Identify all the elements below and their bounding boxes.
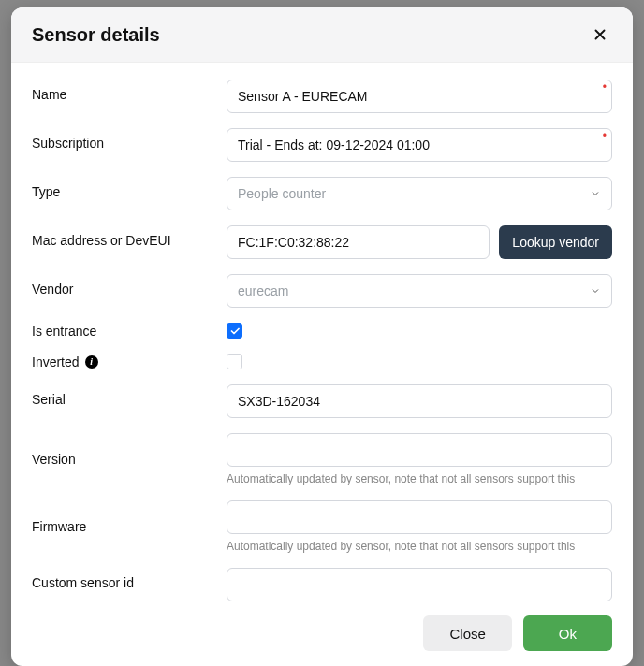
- label-firmware: Firmware: [32, 500, 227, 534]
- modal-header: Sensor details: [11, 7, 633, 63]
- serial-input[interactable]: [227, 384, 612, 418]
- subscription-input[interactable]: [227, 128, 612, 162]
- close-button[interactable]: Close: [423, 615, 511, 651]
- row-inverted: Inverted i: [32, 354, 612, 369]
- label-inverted-text: Inverted: [32, 355, 80, 369]
- checkmark-icon: [229, 326, 241, 337]
- version-input[interactable]: [227, 433, 612, 467]
- inverted-checkbox[interactable]: [227, 354, 242, 369]
- lookup-vendor-button[interactable]: Lookup vendor: [499, 225, 612, 259]
- label-mac: Mac address or DevEUI: [32, 225, 227, 248]
- version-help-text: Automatically updated by sensor, note th…: [227, 472, 612, 485]
- row-vendor: Vendor eurecam: [32, 274, 612, 308]
- row-type: Type People counter: [32, 177, 612, 210]
- row-version: Version Automatically updated by sensor,…: [32, 433, 612, 485]
- name-input[interactable]: [227, 80, 612, 113]
- row-mac: Mac address or DevEUI Lookup vendor: [32, 225, 612, 259]
- modal-title: Sensor details: [32, 24, 160, 46]
- custom-id-input[interactable]: [227, 568, 612, 601]
- label-inverted: Inverted i: [32, 355, 227, 369]
- firmware-help-text: Automatically updated by sensor, note th…: [227, 540, 612, 553]
- close-icon-button[interactable]: [588, 22, 612, 47]
- is-entrance-checkbox[interactable]: [227, 323, 242, 339]
- modal-body: Name Subscription Type People counter: [11, 63, 633, 604]
- close-icon: [592, 26, 608, 43]
- label-version: Version: [32, 433, 227, 467]
- mac-input[interactable]: [227, 225, 490, 259]
- label-serial: Serial: [32, 384, 227, 407]
- row-firmware: Firmware Automatically updated by sensor…: [32, 500, 612, 553]
- row-subscription: Subscription: [32, 128, 612, 162]
- info-icon[interactable]: i: [85, 355, 98, 369]
- row-custom-id: Custom sensor id: [32, 568, 612, 601]
- firmware-input[interactable]: [227, 500, 612, 534]
- row-is-entrance: Is entrance: [32, 323, 612, 339]
- row-serial: Serial: [32, 384, 612, 418]
- modal-footer: Close Ok: [11, 604, 633, 666]
- label-type: Type: [32, 177, 227, 199]
- sensor-details-modal: Sensor details Name Subscription Type Pe…: [11, 7, 633, 666]
- label-vendor: Vendor: [32, 274, 227, 297]
- label-is-entrance: Is entrance: [32, 324, 227, 339]
- type-select[interactable]: People counter: [227, 177, 612, 210]
- label-subscription: Subscription: [32, 128, 227, 151]
- label-custom-id: Custom sensor id: [32, 568, 227, 590]
- row-name: Name: [32, 80, 612, 113]
- label-name: Name: [32, 80, 227, 102]
- ok-button[interactable]: Ok: [523, 615, 612, 651]
- vendor-select[interactable]: eurecam: [227, 274, 612, 308]
